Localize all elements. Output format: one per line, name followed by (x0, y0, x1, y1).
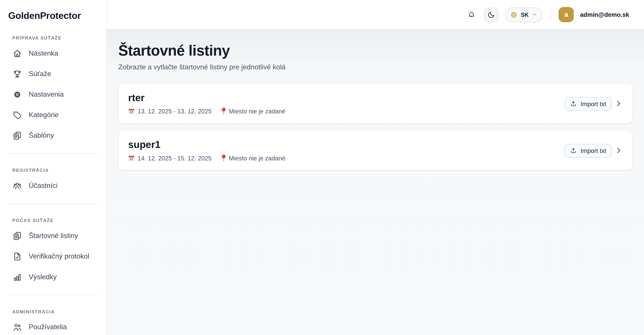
page-content: Štartovné listiny Zobrazte a vytlačte št… (107, 30, 644, 335)
sidebar-divider (8, 203, 98, 204)
sidebar-item-startovne-listiny[interactable]: Štartovné listiny (0, 226, 106, 246)
sidebar-section-priprava-sutaze: PRÍPRAVA SÚŤAŽE (12, 36, 98, 40)
chevron-right-icon (614, 146, 622, 155)
open-round-chevron[interactable] (614, 99, 622, 108)
sidebar-item-label: Výsledky (29, 273, 57, 281)
sidebar-item-nastenka[interactable]: Nástenka (0, 43, 106, 64)
sidebar-item-sablony[interactable]: Šablóny (0, 125, 106, 146)
sidebar-item-label: Verifikačný protokol (29, 252, 89, 261)
language-code: SK (521, 11, 529, 18)
round-info: super1 17 14. 12. 2025 - 15. 12. 2025 Mi… (128, 139, 286, 162)
avatar[interactable]: a (559, 7, 574, 22)
page-subtitle: Zobrazte a vytlačte štartovné listiny pr… (118, 63, 633, 72)
round-location-text: Miesto nie je zadané (229, 108, 285, 115)
open-round-chevron[interactable] (614, 146, 622, 155)
calendar-icon: 17 (128, 155, 135, 161)
bell-icon (467, 10, 476, 19)
round-location-text: Miesto nie je zadané (229, 155, 285, 162)
sidebar-divider (8, 153, 98, 154)
sidebar-section-pocas-sutaze: POČAS SÚŤAŽE (12, 218, 98, 223)
round-dates: 17 14. 12. 2025 - 15. 12. 2025 (128, 155, 212, 162)
sidebar-item-label: Nastavenia (29, 91, 64, 99)
tag-icon (12, 110, 22, 120)
import-txt-label: Import txt (580, 100, 606, 107)
users-group-icon (12, 181, 22, 191)
pin-icon (222, 154, 226, 162)
import-txt-button[interactable]: Import txt (565, 97, 612, 110)
globe-icon (510, 11, 518, 18)
sidebar-divider (8, 295, 98, 295)
sidebar-section-registracia: REGISTRÁCIA (12, 168, 98, 173)
sidebar-item-label: Súťaže (29, 70, 51, 78)
round-dates-text: 14. 12. 2025 - 15. 12. 2025 (138, 155, 212, 162)
upload-icon (570, 100, 577, 107)
sidebar-item-ucastnici[interactable]: Účastníci (0, 176, 106, 196)
user-email: admin@demo.sk (580, 11, 629, 18)
language-selector[interactable]: SK (505, 7, 543, 22)
round-location: Miesto nie je zadané (222, 154, 285, 162)
sidebar-item-nastavenia[interactable]: Nastavenia (0, 84, 106, 105)
topbar: SK a admin@demo.sk (107, 0, 644, 30)
sidebar-item-sutaze[interactable]: Súťaže (0, 64, 106, 84)
calendar-icon: 17 (128, 108, 135, 115)
round-name: super1 (128, 139, 286, 151)
upload-icon (570, 147, 577, 154)
sidebar-item-verifikacny-protokol[interactable]: Verifikačný protokol (0, 246, 106, 267)
users-icon (12, 322, 22, 332)
app-root: GoldenProtector PRÍPRAVA SÚŤAŽE Nástenka… (0, 0, 644, 335)
sidebar-item-pouzivatelia[interactable]: Používatelia (0, 317, 106, 335)
document-check-icon (12, 252, 22, 261)
gear-icon (12, 90, 22, 99)
sidebar-item-label: Nástenka (29, 49, 58, 58)
page-title: Štartovné listiny (118, 42, 633, 59)
round-card-rter[interactable]: rter 17 13. 12. 2025 - 13. 12. 2025 Mies… (118, 84, 633, 124)
round-info: rter 17 13. 12. 2025 - 13. 12. 2025 Mies… (128, 92, 286, 115)
topbar-separator (550, 10, 551, 20)
sidebar-item-vysledky[interactable]: Výsledky (0, 267, 106, 287)
main-column: SK a admin@demo.sk Štartovné listiny Zob… (107, 0, 644, 335)
sidebar-item-kategorie[interactable]: Kategórie (0, 105, 106, 125)
notifications-button[interactable] (465, 9, 478, 21)
sidebar-item-label: Štartovné listiny (29, 232, 78, 240)
trophy-icon (12, 69, 22, 79)
start-list-icon (12, 231, 22, 241)
sidebar-item-label: Šablóny (29, 132, 54, 140)
pin-icon (222, 107, 226, 115)
bar-chart-icon (12, 272, 22, 282)
round-dates: 17 13. 12. 2025 - 13. 12. 2025 (128, 108, 212, 115)
sidebar-item-label: Účastníci (29, 182, 58, 190)
round-card-super1[interactable]: super1 17 14. 12. 2025 - 15. 12. 2025 Mi… (118, 131, 633, 170)
app-logo[interactable]: GoldenProtector (0, 0, 106, 22)
round-location: Miesto nie je zadané (222, 107, 285, 115)
sidebar-item-label: Používatelia (29, 323, 67, 331)
chevron-right-icon (614, 99, 622, 108)
import-txt-button[interactable]: Import txt (565, 144, 612, 157)
svg-text:17: 17 (130, 110, 133, 113)
svg-text:17: 17 (130, 157, 133, 160)
round-dates-text: 13. 12. 2025 - 13. 12. 2025 (138, 108, 212, 115)
moon-icon (487, 11, 495, 19)
templates-icon (12, 131, 22, 141)
home-icon (12, 49, 22, 58)
dark-mode-toggle[interactable] (484, 7, 498, 22)
round-name: rter (128, 92, 286, 104)
avatar-initial: a (564, 11, 568, 19)
import-txt-label: Import txt (580, 147, 606, 154)
chevron-down-icon (532, 12, 538, 17)
sidebar: GoldenProtector PRÍPRAVA SÚŤAŽE Nástenka… (0, 0, 107, 335)
sidebar-item-label: Kategórie (29, 111, 58, 119)
sidebar-section-administracia: ADMINISTRÁCIA (12, 309, 98, 314)
